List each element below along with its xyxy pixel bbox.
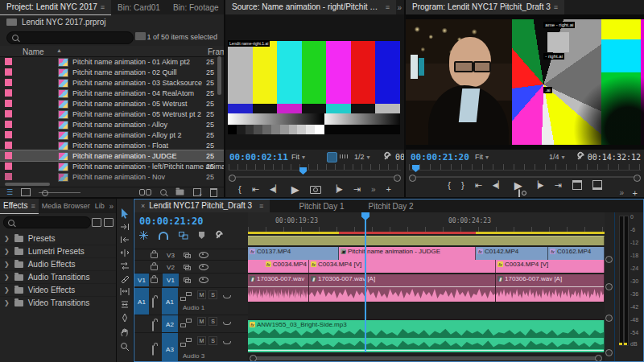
tab-effects[interactable]: Effects≡	[0, 199, 39, 214]
slide-tool[interactable]	[120, 300, 130, 311]
label-swatch[interactable]	[5, 58, 12, 65]
hand-tool[interactable]	[120, 327, 130, 339]
effects-folder-row[interactable]: ❯ Presets	[0, 232, 116, 245]
project-horizontal-scrollbar[interactable]	[5, 183, 50, 186]
program-video-area[interactable]: ame - right.ai - right.ai .ai	[406, 14, 644, 150]
clip-v2-c0137[interactable]: fxC0137.MP4	[248, 247, 339, 260]
close-icon[interactable]: ×	[141, 202, 145, 210]
nest-toggle-icon[interactable]	[139, 231, 148, 240]
program-zoom-dropdown[interactable]: 1/4▾	[549, 153, 565, 161]
label-swatch[interactable]	[5, 121, 12, 128]
icon-view-button[interactable]	[21, 188, 31, 196]
list-item[interactable]: Pitchit name animation - Alloy 25	[0, 119, 224, 130]
step-forward-button[interactable]: ▕▶	[533, 182, 544, 189]
list-view-button[interactable]: ☰	[6, 188, 13, 196]
list-item[interactable]: Pitchit name animation - 04 RealAtom 25	[0, 88, 224, 98]
go-to-out-button[interactable]: ⇥	[555, 181, 562, 190]
project-file-row[interactable]: Lendit NYC 2017.prproj	[6, 18, 106, 27]
mute-button[interactable]: M	[197, 336, 206, 345]
clip-v2-c0142[interactable]: fxC0142.MP4	[476, 247, 548, 260]
scroll-handle-right[interactable]	[394, 175, 401, 182]
clip-a1-wav-c[interactable]: ▮170306-007.wav [A]	[496, 274, 605, 302]
panel-overflow-icon[interactable]: »	[109, 202, 114, 211]
disclosure-arrow-icon[interactable]: ❯	[4, 261, 10, 268]
effects-folder-row[interactable]: ❯ Audio Effects	[0, 258, 116, 271]
toggle-track-output-icon[interactable]	[199, 277, 208, 283]
effects-folder-row[interactable]: ❯ Lumetri Presets	[0, 245, 116, 258]
search-button[interactable]	[160, 189, 167, 195]
new-item-button[interactable]: +	[193, 188, 201, 196]
program-timecode[interactable]: 00:00:21:20	[411, 152, 469, 162]
track-target-v2[interactable]: V2	[163, 264, 179, 271]
play-button[interactable]: ▶	[291, 184, 299, 195]
audio-gain-line[interactable]	[496, 286, 604, 287]
label-swatch[interactable]	[5, 89, 12, 97]
button-editor-plus[interactable]: +	[633, 189, 638, 197]
clip-v2-judge[interactable]: ▣Pitchit name animation - JUDGE	[339, 247, 476, 260]
track-name[interactable]: Audio 3	[183, 352, 204, 360]
label-swatch[interactable]	[5, 110, 12, 117]
sync-lock-icon[interactable]	[184, 278, 191, 283]
audio-meters[interactable]: 0 -6 -12 -18 -24 -30 -36 -42 -48 -54 dB	[619, 216, 642, 352]
toggle-track-output-icon[interactable]	[199, 252, 208, 258]
lock-icon[interactable]	[151, 278, 158, 283]
mute-button[interactable]: M	[197, 317, 206, 326]
find-binoculars-icon[interactable]	[139, 189, 151, 195]
go-to-out-button[interactable]: ⇥	[353, 185, 361, 194]
clip-v1-c0034-a[interactable]: fxC0034.MP4	[248, 260, 309, 273]
lock-icon[interactable]	[152, 298, 154, 308]
track-resize-handle[interactable]	[605, 256, 613, 263]
rolling-edit-tool[interactable]	[120, 249, 130, 259]
audio-gain-line[interactable]	[248, 350, 604, 351]
zoom-tool[interactable]	[120, 342, 130, 353]
panel-menu-icon[interactable]: ≡	[259, 202, 263, 210]
panel-menu-icon[interactable]: ≡	[554, 3, 558, 11]
timeline-settings-wrench-icon[interactable]	[215, 232, 223, 240]
filter-bin-icon[interactable]	[135, 32, 146, 40]
list-item[interactable]: Pitchit name animation - 03 Stacksource …	[0, 77, 224, 88]
disclosure-arrow-icon[interactable]: ❯	[4, 299, 10, 306]
step-back-button[interactable]: ◀▏	[270, 186, 281, 193]
panel-menu-icon[interactable]: ≡	[31, 202, 35, 210]
track-target-a2[interactable]: A2	[162, 315, 178, 333]
clip-v1-c0034-c[interactable]: fxC0034.MP4 [V]	[496, 260, 605, 273]
source-zoom-dropdown[interactable]: 1/2▾	[354, 153, 370, 161]
effects-folder-row[interactable]: ❯ Audio Transitions	[0, 271, 116, 284]
solo-button[interactable]: S	[208, 290, 217, 299]
label-swatch[interactable]	[5, 131, 12, 138]
timeline-ruler[interactable]: 00:00:19:23 00:00:24:23	[248, 212, 605, 232]
tab-project[interactable]: Project: Lendit NYC 2017 ≡	[0, 0, 111, 15]
linked-selection-icon[interactable]	[179, 232, 188, 240]
column-framerate[interactable]: Fram	[208, 47, 224, 56]
disclosure-arrow-icon[interactable]: ❯	[4, 274, 10, 281]
drag-audio-icon[interactable]	[340, 154, 349, 158]
list-item[interactable]: Pitchit name animation - Alloy pt 2 25	[0, 130, 224, 140]
solo-button[interactable]: S	[208, 336, 217, 345]
program-fit-dropdown[interactable]: Fit▾	[475, 153, 489, 161]
list-column-header[interactable]: Name ▲ Fram	[0, 46, 224, 57]
razor-tool[interactable]	[120, 274, 130, 285]
go-to-in-button[interactable]: ⇤	[252, 185, 259, 194]
button-editor-plus[interactable]: +	[386, 185, 390, 194]
tab-sequence-draft3[interactable]: × Lendit NYC17 Pitchit_Draft 3 ≡	[134, 200, 270, 213]
list-item[interactable]: Pitchit name animation - 05 Wetrust pt 2…	[0, 109, 224, 119]
effects-folder-row[interactable]: ❯ Video Transitions	[0, 297, 116, 309]
trash-icon[interactable]	[210, 188, 217, 197]
panel-menu-icon[interactable]: ≡	[386, 3, 390, 11]
track-resize-handle[interactable]	[605, 283, 613, 290]
panel-overflow-icon[interactable]: »	[397, 3, 402, 12]
mark-in-button[interactable]: {	[448, 181, 451, 190]
go-to-in-button[interactable]: ⇤	[475, 181, 482, 190]
list-item[interactable]: Pitchit name animation - 01 Akim pt2 25	[0, 56, 224, 67]
tab-media-browser[interactable]: Media Browser	[39, 199, 93, 213]
mute-button[interactable]: M	[197, 290, 206, 299]
tab-source[interactable]: Source: Name animation - right/Pitchit n…	[225, 0, 396, 15]
disclosure-arrow-icon[interactable]: ❯	[4, 235, 10, 242]
list-item-selected[interactable]: Pitchit name animation - JUDGE 25	[0, 150, 224, 161]
timeline-horizontal-scrollbar[interactable]	[250, 355, 602, 361]
mark-out-button[interactable]: }	[461, 181, 464, 190]
label-swatch[interactable]	[5, 173, 12, 180]
source-fit-dropdown[interactable]: Fit▾	[291, 153, 305, 161]
export-frame-icon[interactable]	[518, 189, 520, 197]
lock-icon[interactable]	[152, 321, 154, 331]
